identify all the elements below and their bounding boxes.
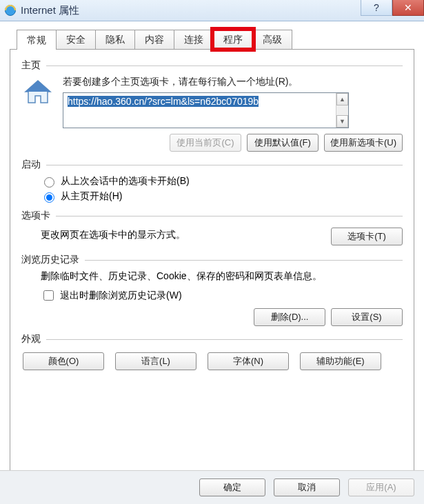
home-icon bbox=[21, 76, 54, 109]
tab-panel-general: 主页 若要创建多个主页选项卡，请在每行输入一个地址(R)。 https://ha… bbox=[10, 49, 414, 479]
use-newtab-button[interactable]: 使用新选项卡(U) bbox=[324, 134, 403, 152]
tab-security[interactable]: 安全 bbox=[56, 30, 96, 49]
fonts-button[interactable]: 字体(N) bbox=[208, 352, 289, 370]
colors-button[interactable]: 颜色(O) bbox=[23, 352, 104, 370]
use-current-button: 使用当前页(C) bbox=[170, 134, 241, 152]
divider bbox=[85, 260, 403, 261]
group-startup: 启动 从上次会话中的选项卡开始(B) 从主页开始(H) bbox=[21, 159, 403, 203]
history-label: 浏览历史记录 bbox=[21, 254, 79, 266]
check-delete-on-exit-input[interactable] bbox=[43, 290, 54, 301]
use-default-button[interactable]: 使用默认值(F) bbox=[247, 134, 319, 152]
scroll-down-icon[interactable]: ▼ bbox=[336, 115, 348, 128]
group-homepage: 主页 若要创建多个主页选项卡，请在每行输入一个地址(R)。 https://ha… bbox=[21, 59, 403, 152]
ok-button[interactable]: 确定 bbox=[199, 478, 265, 496]
radio-start-home[interactable]: 从主页开始(H) bbox=[41, 190, 403, 203]
tab-general[interactable]: 常规 bbox=[17, 30, 57, 50]
divider bbox=[46, 339, 403, 340]
tabs-desc: 更改网页在选项卡中的显示方式。 bbox=[41, 229, 331, 241]
scroll-up-icon[interactable]: ▲ bbox=[336, 93, 348, 105]
radio-start-last-session[interactable]: 从上次会话中的选项卡开始(B) bbox=[41, 175, 403, 188]
homepage-url-input[interactable]: https://hao.360.cn/?src=lm&ls=n62bc07019… bbox=[63, 92, 349, 128]
radio-home-label: 从主页开始(H) bbox=[61, 190, 122, 203]
divider bbox=[56, 216, 403, 216]
scrollbar[interactable]: ▲ ▼ bbox=[336, 93, 348, 128]
tab-advanced[interactable]: 高级 bbox=[252, 30, 292, 49]
tab-programs[interactable]: 程序 bbox=[213, 30, 253, 49]
history-desc: 删除临时文件、历史记录、Cookie、保存的密码和网页表单信息。 bbox=[41, 270, 403, 283]
apply-button: 应用(A) bbox=[348, 478, 414, 496]
dialog-footer: 确定 取消 应用(A) bbox=[0, 470, 424, 504]
languages-button[interactable]: 语言(L) bbox=[115, 352, 196, 370]
radio-home-input[interactable] bbox=[44, 192, 54, 203]
startup-label: 启动 bbox=[21, 159, 41, 171]
settings-button[interactable]: 设置(S) bbox=[331, 308, 403, 326]
radio-last-session-input[interactable] bbox=[44, 177, 54, 188]
svg-marker-2 bbox=[26, 81, 50, 92]
check-delete-on-exit-label: 退出时删除浏览历史记录(W) bbox=[60, 290, 182, 302]
radio-last-session-label: 从上次会话中的选项卡开始(B) bbox=[61, 175, 190, 188]
tab-privacy[interactable]: 隐私 bbox=[95, 30, 135, 49]
ie-icon bbox=[4, 4, 17, 17]
dialog-body: 常规 安全 隐私 内容 连接 程序 高级 主页 若要创建多个主页选项卡 bbox=[0, 21, 424, 479]
divider bbox=[46, 65, 403, 66]
tab-connections[interactable]: 连接 bbox=[174, 30, 214, 49]
appearance-label: 外观 bbox=[21, 333, 41, 345]
accessibility-button[interactable]: 辅助功能(E) bbox=[300, 352, 381, 370]
tabstrip: 常规 安全 隐私 内容 连接 程序 高级 bbox=[17, 28, 420, 49]
cancel-button[interactable]: 取消 bbox=[274, 478, 340, 496]
titlebar: Internet 属性 ? ✕ bbox=[0, 0, 424, 21]
check-delete-on-exit[interactable]: 退出时删除浏览历史记录(W) bbox=[41, 288, 403, 303]
tab-content[interactable]: 内容 bbox=[134, 30, 174, 49]
group-history: 浏览历史记录 删除临时文件、历史记录、Cookie、保存的密码和网页表单信息。 … bbox=[21, 254, 403, 326]
delete-button[interactable]: 删除(D)... bbox=[254, 308, 325, 326]
homepage-label: 主页 bbox=[21, 59, 41, 72]
tabs-button[interactable]: 选项卡(T) bbox=[331, 228, 403, 245]
window-title: Internet 属性 bbox=[21, 4, 79, 17]
divider bbox=[46, 165, 403, 165]
tabs-section-label: 选项卡 bbox=[21, 210, 50, 222]
close-button[interactable]: ✕ bbox=[392, 0, 424, 16]
group-tabs: 选项卡 更改网页在选项卡中的显示方式。 选项卡(T) bbox=[21, 210, 403, 247]
help-button[interactable]: ? bbox=[361, 0, 392, 16]
homepage-url-text: https://hao.360.cn/?src=lm&ls=n62bc07019… bbox=[68, 96, 259, 107]
homepage-instruction: 若要创建多个主页选项卡，请在每行输入一个地址(R)。 bbox=[63, 76, 403, 88]
group-appearance: 外观 颜色(O) 语言(L) 字体(N) 辅助功能(E) bbox=[21, 333, 403, 370]
